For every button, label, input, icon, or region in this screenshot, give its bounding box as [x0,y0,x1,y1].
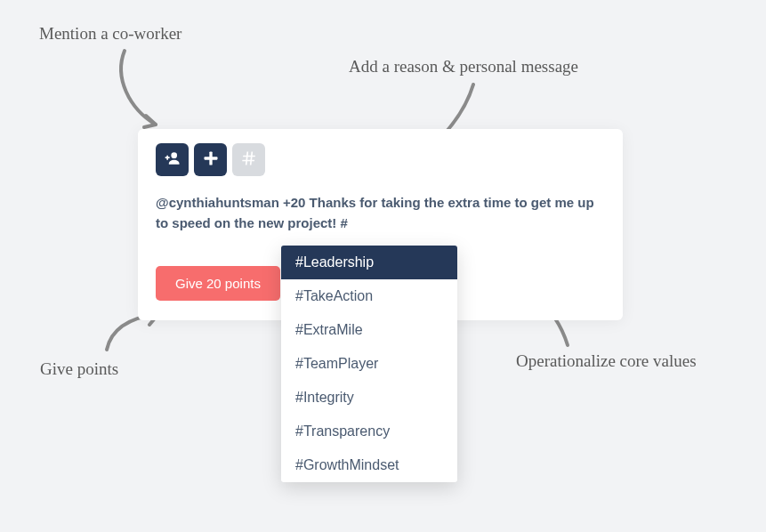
arrow-mention [107,46,178,135]
annotation-reason: Add a reason & personal message [349,57,578,77]
add-person-icon [164,149,181,171]
dropdown-item-growthmindset[interactable]: #GrowthMindset [281,448,457,482]
hash-icon [240,149,258,171]
icon-toolbar [156,143,605,176]
dropdown-item-takeaction[interactable]: #TakeAction [281,279,457,313]
dropdown-item-teamplayer[interactable]: #TeamPlayer [281,347,457,381]
annotation-give-points: Give points [40,359,118,379]
svg-point-0 [171,152,177,158]
dropdown-item-integrity[interactable]: #Integrity [281,381,457,415]
hashtag-dropdown[interactable]: #Leadership #TakeAction #ExtraMile #Team… [281,246,457,482]
annotation-mention: Mention a co-worker [39,24,181,44]
svg-rect-2 [204,157,217,159]
dropdown-item-extramile[interactable]: #ExtraMile [281,313,457,347]
hash-button[interactable] [232,143,265,176]
dropdown-item-transparency[interactable]: #Transparency [281,415,457,448]
plus-icon [202,149,220,171]
give-points-button[interactable]: Give 20 points [156,266,280,301]
add-person-button[interactable] [156,143,189,176]
plus-button[interactable] [194,143,227,176]
recognition-message[interactable]: @cynthiahuntsman +20 Thanks for taking t… [156,192,601,234]
dropdown-item-leadership[interactable]: #Leadership [281,246,457,279]
